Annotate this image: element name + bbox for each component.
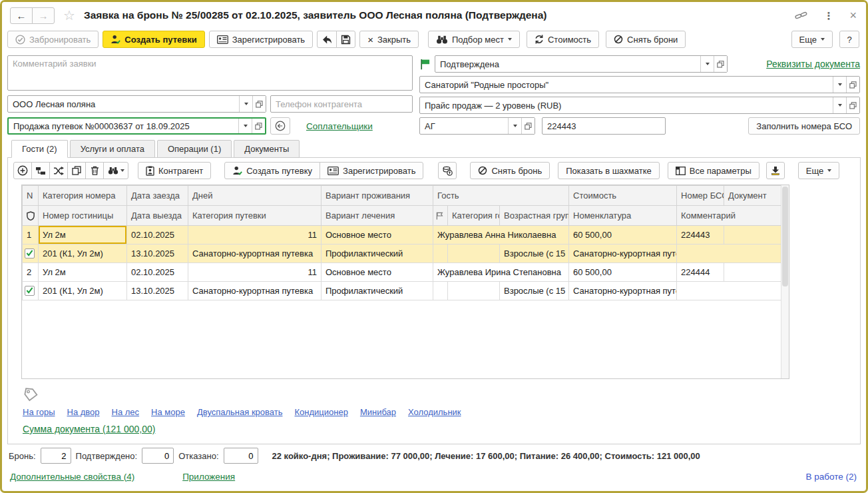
- tag-link[interactable]: На двор: [67, 407, 100, 417]
- tag-link[interactable]: На лес: [112, 407, 140, 417]
- request-comment-input[interactable]: [7, 55, 413, 91]
- attachments-link[interactable]: Приложения: [182, 472, 235, 482]
- seat-selection-button[interactable]: Подбор мест: [428, 31, 520, 48]
- open-button[interactable]: [252, 119, 265, 133]
- favorite-star-icon[interactable]: ☆: [63, 9, 75, 22]
- tab-services-payment[interactable]: Услуги и оплата: [70, 140, 155, 158]
- col-document[interactable]: Документ: [724, 186, 782, 206]
- counterparty-phone-input[interactable]: [270, 95, 413, 113]
- cell-age-group[interactable]: Взрослые (с 15 …: [500, 245, 569, 263]
- dropdown-button[interactable]: [239, 96, 252, 112]
- sale-document-combo[interactable]: Продажа путевок №00003637 от 18.09.2025: [7, 117, 266, 135]
- cell-flag[interactable]: [433, 245, 448, 263]
- col-flag[interactable]: [433, 206, 448, 226]
- back-button[interactable]: ←: [10, 7, 33, 24]
- open-button[interactable]: [521, 118, 535, 134]
- counterparty-combo[interactable]: ООО Лесная поляна: [7, 95, 266, 113]
- col-room-category[interactable]: Категория номера: [39, 186, 127, 206]
- cell-stay-variant[interactable]: Основное место: [322, 263, 433, 282]
- col-guest[interactable]: Гость: [433, 186, 569, 206]
- col-age-group[interactable]: Возрастная группа: [500, 206, 569, 226]
- cell-guest-category[interactable]: [448, 245, 500, 263]
- more-button[interactable]: Еще: [791, 31, 833, 48]
- additional-properties-link[interactable]: Дополнительные свойства (4): [10, 472, 134, 482]
- in-progress-link[interactable]: В работе (2): [805, 472, 857, 482]
- col-bso-number[interactable]: Номер БСО: [677, 186, 724, 206]
- open-button[interactable]: [252, 96, 266, 112]
- remove-booking-button[interactable]: Снять бронь: [470, 162, 550, 179]
- cell-nomenclature[interactable]: Санаторно-курортная путевка: [569, 245, 677, 263]
- cell-days[interactable]: 11: [188, 263, 322, 282]
- col-nomenclature[interactable]: Номенклатура: [569, 206, 677, 226]
- fill-bso-numbers-button[interactable]: Заполнить номера БСО: [748, 117, 860, 135]
- document-requisites-link[interactable]: Реквизиты документа: [766, 59, 860, 69]
- col-cost[interactable]: Стоимость: [569, 186, 677, 206]
- tag-link[interactable]: Холодильник: [408, 407, 461, 417]
- cell-room-category[interactable]: Ул 2м: [39, 226, 127, 245]
- scrollbar-thumb[interactable]: [782, 187, 788, 286]
- cell-age-group[interactable]: Взрослые (с 15 …: [500, 282, 569, 300]
- cell-document[interactable]: [724, 226, 782, 245]
- open-button[interactable]: [846, 97, 859, 113]
- booked-checkbox[interactable]: [25, 286, 35, 296]
- cell-n[interactable]: 2: [23, 263, 39, 282]
- cell-departure-date[interactable]: 13.10.2025: [127, 245, 188, 263]
- tag-link[interactable]: Двуспальная кровать: [197, 407, 283, 417]
- forward-button[interactable]: →: [32, 7, 55, 24]
- booking-count-input[interactable]: [41, 448, 71, 464]
- cell-bso-number[interactable]: 224444: [677, 263, 724, 282]
- declined-count-input[interactable]: [224, 448, 258, 464]
- col-days[interactable]: Дней: [188, 186, 322, 206]
- cell-bso-number[interactable]: 224443: [677, 226, 724, 245]
- cell-comment[interactable]: [677, 282, 782, 300]
- save-button[interactable]: [336, 31, 355, 48]
- create-vouchers-button[interactable]: Создать путевки: [103, 31, 204, 48]
- open-button[interactable]: [714, 56, 727, 72]
- tag-link[interactable]: На море: [151, 407, 185, 417]
- cell-voucher-category[interactable]: Санаторно-курортная путевка: [188, 282, 322, 300]
- help-button[interactable]: ?: [839, 31, 859, 48]
- close-button[interactable]: × Закрыть: [359, 31, 419, 48]
- table-vertical-scrollbar[interactable]: [781, 185, 789, 378]
- bso-series-combo[interactable]: АГ: [419, 117, 535, 135]
- link-icon[interactable]: [795, 11, 807, 21]
- counterparty-button[interactable]: Контрагент: [138, 162, 211, 179]
- tab-operations[interactable]: Операции (1): [157, 140, 232, 158]
- copayers-link[interactable]: Соплательщики: [306, 121, 373, 131]
- group-levels-button[interactable]: [31, 162, 50, 179]
- tab-guests[interactable]: Гости (2): [11, 140, 68, 158]
- col-shield[interactable]: [23, 206, 39, 226]
- cost-button[interactable]: Стоимость: [527, 31, 599, 48]
- register-button[interactable]: Зарегистрировать: [209, 31, 313, 48]
- close-window-icon[interactable]: ×: [849, 9, 857, 21]
- cell-days[interactable]: 11: [188, 226, 322, 245]
- tag-link[interactable]: Минибар: [360, 407, 396, 417]
- cell-treatment-variant[interactable]: Профилактический: [322, 282, 433, 300]
- cell-nomenclature[interactable]: Санаторно-курортная путевка: [569, 282, 677, 300]
- cell-cost[interactable]: 60 500,00: [569, 226, 677, 245]
- cell-cost[interactable]: 60 500,00: [569, 263, 677, 282]
- cell-stay-variant[interactable]: Основное место: [322, 226, 433, 245]
- cell-guest[interactable]: Журавлева Анна Николаевна: [433, 226, 569, 245]
- dropdown-button[interactable]: [833, 97, 846, 113]
- cell-hotel-room[interactable]: 201 (К1, Ул 2м): [39, 245, 127, 263]
- output-button[interactable]: [766, 162, 785, 179]
- col-guest-category[interactable]: Категория гостя: [448, 206, 500, 226]
- bso-number-input[interactable]: [542, 117, 666, 135]
- dropdown-button[interactable]: [700, 56, 714, 72]
- cell-room-category[interactable]: Ул 2м: [39, 263, 127, 282]
- all-parameters-button[interactable]: Все параметры: [668, 162, 760, 179]
- col-comment[interactable]: Комментарий: [677, 206, 782, 226]
- confirmed-count-input[interactable]: [142, 448, 174, 464]
- cell-flag[interactable]: [433, 282, 448, 300]
- remove-bookings-button[interactable]: Снять брони: [606, 31, 686, 48]
- more-menu-icon[interactable]: ⋮: [823, 11, 833, 21]
- add-row-button[interactable]: [13, 162, 32, 179]
- col-n[interactable]: N: [23, 186, 39, 206]
- find-button[interactable]: [103, 162, 128, 179]
- tab-documents[interactable]: Документы: [234, 140, 300, 158]
- col-stay-variant[interactable]: Вариант проживания: [322, 186, 433, 206]
- show-in-chess-button[interactable]: Показать в шахматке: [558, 162, 659, 179]
- cell-document[interactable]: [724, 263, 782, 282]
- dropdown-button[interactable]: [508, 118, 521, 134]
